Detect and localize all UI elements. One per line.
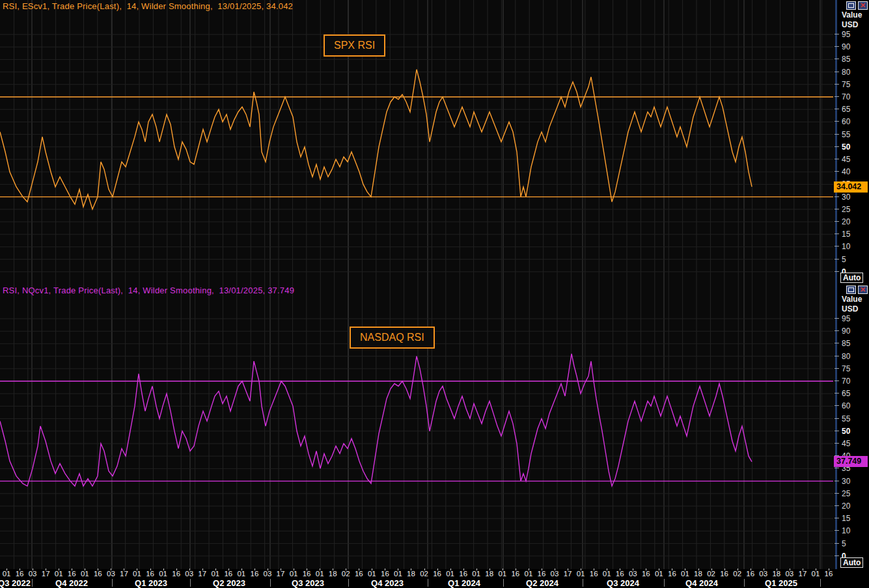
- quarter-divider: [348, 579, 349, 587]
- date-tick-row: 0116031701160116031701160116031701160116…: [0, 570, 835, 578]
- quarter-divider: [270, 579, 271, 587]
- x-axis-date-label: 01: [444, 570, 457, 578]
- value-tick-40: 40: [837, 167, 869, 176]
- x-axis-date-label: 01: [652, 570, 665, 578]
- value-tick-85: 85: [837, 339, 869, 348]
- value-tick-15: 15: [837, 514, 869, 523]
- value-tick-60: 60: [837, 117, 869, 126]
- quarter-label: Q4 2023: [371, 578, 404, 588]
- value-tick-70: 70: [837, 377, 869, 386]
- close-icon[interactable]: ✕: [858, 1, 868, 10]
- close-x-glyph: ✕: [860, 2, 866, 9]
- restore-icon[interactable]: [846, 286, 856, 294]
- value-tick-65: 65: [837, 389, 869, 398]
- close-icon[interactable]: ✕: [858, 286, 868, 294]
- value-tick-45: 45: [837, 155, 869, 164]
- x-axis-date-label: 01: [391, 570, 404, 578]
- quarter-divider: [664, 579, 665, 587]
- restore-glyph: [848, 287, 854, 292]
- bottom-right-corner: [835, 569, 869, 588]
- close-x-glyph: ✕: [860, 286, 866, 293]
- value-tick-5: 5: [837, 255, 869, 264]
- value-tick-70: 70: [837, 92, 869, 101]
- spx-plot-area[interactable]: RSI, EScv1, Trade Price(Last), 14, Wilde…: [0, 0, 837, 284]
- x-axis-date-label: 16: [248, 570, 261, 578]
- x-axis-date-label: 01: [52, 570, 65, 578]
- nasdaq-plot-area[interactable]: RSI, NQcv1, Trade Price(Last), 14, Wilde…: [0, 284, 837, 569]
- x-axis-date-label: 01: [809, 570, 822, 578]
- x-axis-date-label: 16: [509, 570, 522, 578]
- x-axis-date-label: 03: [783, 570, 796, 578]
- value-tick-75: 75: [837, 364, 869, 373]
- x-axis-date-label: 16: [13, 570, 26, 578]
- value-tick-30: 30: [837, 193, 869, 202]
- x-axis-date-label: 16: [378, 570, 391, 578]
- x-axis-date-label: 03: [548, 570, 561, 578]
- x-axis-date-label: 18: [326, 570, 339, 578]
- spx-value-axis: ✕ Value USD 9590858075706560555045403530…: [837, 0, 869, 284]
- spx-legend: RSI, EScv1, Trade Price(Last), 14, Wilde…: [3, 1, 293, 11]
- value-tick-10: 10: [837, 242, 869, 251]
- x-axis-date-label: 17: [39, 570, 52, 578]
- quarter-label: Q2 2024: [526, 578, 559, 588]
- value-tick-15: 15: [837, 230, 869, 239]
- x-axis-date-label: 16: [822, 570, 835, 578]
- value-tick-30: 30: [837, 477, 869, 486]
- quarter-label: Q1 2023: [135, 578, 167, 588]
- quarter-label: Q1 2025: [765, 578, 797, 588]
- x-axis-date-label: 01: [0, 570, 13, 578]
- x-axis-date-label: 17: [196, 570, 209, 578]
- x-axis-date-label: 18: [770, 570, 783, 578]
- value-tick-95: 95: [837, 314, 869, 323]
- value-tick-20: 20: [837, 217, 869, 226]
- value-tick-55: 55: [837, 414, 869, 423]
- value-axis-title: Value USD: [842, 10, 862, 30]
- x-axis-date-label: 01: [130, 570, 143, 578]
- x-axis-date-label: 01: [365, 570, 378, 578]
- x-axis-date-label: 18: [404, 570, 417, 578]
- quarter-label: Q3 2024: [607, 578, 639, 588]
- spx-rsi-chart[interactable]: [0, 0, 833, 284]
- nasdaq-last-price-badge: 37.749: [834, 456, 868, 467]
- value-axis-title: Value USD: [842, 295, 862, 314]
- spx-rsi-panel: RSI, EScv1, Trade Price(Last), 14, Wilde…: [0, 0, 869, 284]
- x-axis-date-label: 16: [587, 570, 600, 578]
- nasdaq-rsi-panel: RSI, NQcv1, Trade Price(Last), 14, Wilde…: [0, 284, 869, 569]
- x-axis-date-label: 01: [157, 570, 170, 578]
- restore-icon[interactable]: [846, 1, 856, 10]
- quarter-divider: [820, 579, 821, 587]
- quarter-divider: [190, 579, 191, 587]
- quarter-divider: [112, 579, 113, 587]
- value-tick-80: 80: [837, 352, 869, 361]
- quarter-divider: [503, 579, 504, 587]
- x-axis-date-label: 16: [65, 570, 78, 578]
- x-axis-date-label: 17: [274, 570, 287, 578]
- x-axis-date-label: 01: [574, 570, 587, 578]
- value-tick-95: 95: [837, 30, 869, 39]
- auto-scale-button[interactable]: Auto: [840, 273, 863, 283]
- spx-last-price-badge: 34.042: [834, 181, 868, 193]
- x-axis-date-label: 02: [705, 570, 718, 578]
- x-axis-date-label: 16: [639, 570, 652, 578]
- x-axis-date-label: 03: [183, 570, 196, 578]
- auto-scale-button[interactable]: Auto: [840, 557, 863, 568]
- value-tick-55: 55: [837, 130, 869, 139]
- value-tick-90: 90: [837, 42, 869, 51]
- x-axis-date-label: 16: [144, 570, 157, 578]
- x-axis-date-label: 03: [626, 570, 639, 578]
- quarter-row: Q3 2022Q4 2022Q1 2023Q2 2023Q3 2023Q4 20…: [0, 578, 835, 588]
- x-axis-date-label: 03: [104, 570, 117, 578]
- x-axis-date-label: 01: [470, 570, 483, 578]
- value-tick-25: 25: [837, 205, 869, 214]
- x-axis-date-label: 01: [209, 570, 222, 578]
- x-axis-date-label: 02: [418, 570, 431, 578]
- x-axis-date-label: 01: [235, 570, 248, 578]
- x-axis-date-label: 02: [731, 570, 744, 578]
- value-tick-85: 85: [837, 55, 869, 64]
- x-axis-date-label: 01: [678, 570, 691, 578]
- x-axis-date-label: 17: [561, 570, 574, 578]
- x-axis-date-label: 01: [600, 570, 613, 578]
- time-axis: 0116031701160116031701160116031701160116…: [0, 569, 835, 588]
- nasdaq-legend: RSI, NQcv1, Trade Price(Last), 14, Wilde…: [3, 286, 294, 295]
- x-axis-date-label: 03: [26, 570, 39, 578]
